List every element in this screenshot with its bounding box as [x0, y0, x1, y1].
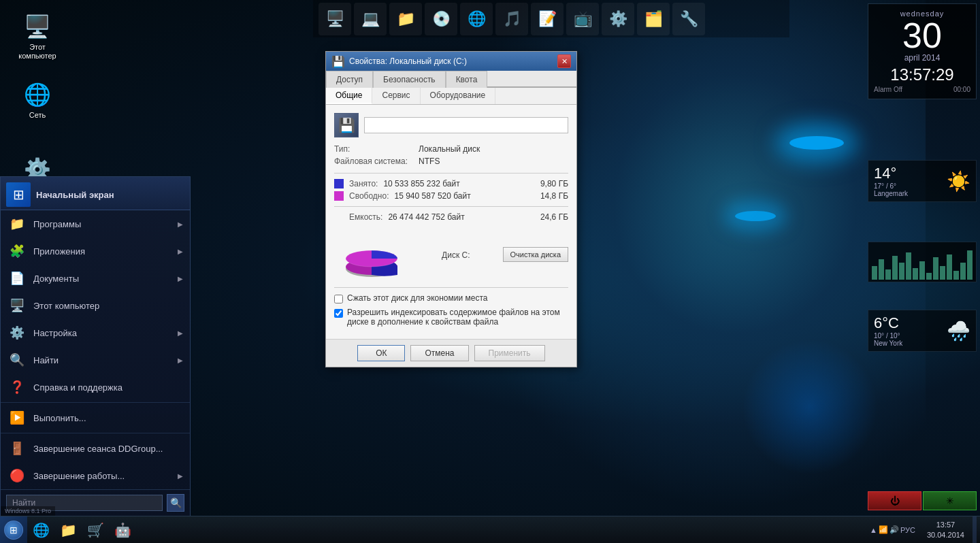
menu-item-run[interactable]: ▶️ Выполнить... [1, 404, 190, 431]
taskbar-clock[interactable]: 13:57 30.04.2014 [921, 520, 970, 540]
fs-label: Файловая система: [334, 157, 408, 166]
alarm-label: Alarm Off [874, 86, 902, 93]
menu-item-logout[interactable]: 🚪 Завершение сеанса DDGroup... [1, 435, 190, 462]
menu-item-apps[interactable]: 🧩 Приложения ▶ [1, 237, 190, 265]
tab-hardware[interactable]: Оборудование [421, 88, 496, 104]
toolbar-item-6[interactable]: 📝 [531, 3, 564, 35]
pie-chart-wrapper [334, 227, 409, 282]
menu-item-programs[interactable]: 📁 Программы ▶ [1, 210, 190, 237]
used-label: Занято: [349, 179, 378, 188]
programs-arrow: ▶ [178, 220, 183, 228]
toolbar-item-4[interactable]: 🌐 [460, 3, 493, 35]
weather-langemark-info: 14° 17° / 6° Langemark [874, 165, 908, 197]
systray-arrow[interactable]: ▲ [870, 526, 877, 534]
weather-newyork-icon: 🌧️ [947, 320, 970, 342]
power-off-button[interactable]: ⏻ [868, 491, 921, 510]
menu-item-help[interactable]: ❓ Справка и поддержка [1, 374, 190, 401]
taskbar-ie-icon[interactable]: 🌐 [27, 516, 54, 544]
clean-disk-button[interactable]: Очистка диска [503, 247, 568, 262]
find-icon: 🔍 [7, 350, 27, 369]
tab-general[interactable]: Общие [326, 88, 372, 104]
systray-volume[interactable]: 🔊 [889, 525, 899, 534]
disk-name-input[interactable] [364, 117, 568, 133]
desktop-icon-network[interactable]: 🌐 Сеть [10, 78, 65, 122]
power-buttons: ⏻ ✳ [868, 491, 977, 510]
fs-value: NTFS [419, 157, 568, 166]
documents-label: Документы [33, 274, 79, 284]
dialog-close-button[interactable]: ✕ [557, 54, 571, 68]
free-gb: 14,8 ГБ [540, 191, 568, 201]
toolbar-item-3[interactable]: 💿 [425, 3, 457, 35]
menu-item-documents[interactable]: 📄 Документы ▶ [1, 265, 190, 292]
menu-item-my-computer[interactable]: 🖥️ Этот компьютер [1, 292, 190, 319]
toolbar-item-8[interactable]: ⚙️ [602, 3, 634, 35]
systray: ▲ 📶 🔊 РУС [866, 525, 919, 534]
start-menu-title: Начальный экран [36, 190, 114, 200]
toolbar-item-0[interactable]: 🖥️ [318, 3, 351, 35]
show-desktop-button[interactable] [973, 516, 977, 544]
desktop-icon-my-computer[interactable]: 🖥️ Этоткомпьютер [10, 10, 65, 63]
menu-item-find[interactable]: 🔍 Найти ▶ [1, 346, 190, 374]
disk-info-grid: Тип: Локальный диск Файловая система: NT… [334, 144, 568, 166]
taskbar-explorer-icon[interactable]: 📁 [54, 516, 82, 544]
help-icon: ❓ [7, 378, 27, 397]
svg-rect-7 [913, 268, 918, 280]
start-menu-header: ⊞ Начальный экран [1, 177, 190, 210]
tab-quota[interactable]: Квота [446, 71, 488, 88]
compress-label: Сжать этот диск для экономии места [347, 293, 487, 303]
svg-rect-5 [899, 263, 904, 280]
taskbar-app-icon[interactable]: 🤖 [109, 516, 136, 544]
tab-access[interactable]: Доступ [326, 71, 373, 88]
menu-item-shutdown[interactable]: 🔴 Завершение работы... ▶ [1, 462, 190, 489]
my-computer2-label: Этот компьютер [33, 301, 99, 311]
toolbar-item-2[interactable]: 📁 [389, 3, 422, 35]
index-checkbox[interactable] [334, 309, 343, 318]
weather-newyork-temp: 6°C [874, 314, 902, 332]
dialog-tabs-row1: Доступ Безопасность Квота [326, 71, 576, 88]
svg-rect-15 [967, 250, 973, 280]
index-checkbox-row: Разрешить индексировать содержимое файло… [334, 308, 568, 327]
cancel-button[interactable]: Отмена [410, 345, 468, 361]
toolbar-item-1[interactable]: 💻 [354, 3, 387, 35]
toolbar-item-9[interactable]: 🗂️ [637, 3, 670, 35]
my-computer-icon: 🖥️ [24, 13, 51, 40]
svg-rect-13 [953, 271, 959, 280]
taskbar-time-val: 13:57 [936, 520, 956, 529]
dialog-title-text: Свойства: Локальный диск (C:) [349, 56, 553, 66]
tab-service[interactable]: Сервис [372, 88, 420, 104]
start-button[interactable]: ⊞ [0, 516, 27, 544]
taskbar-date-val: 30.04.2014 [927, 530, 964, 540]
tab-security[interactable]: Безопасность [373, 71, 446, 88]
capacity-bytes: 26 474 442 752 байт [388, 212, 535, 222]
svg-rect-11 [940, 266, 945, 280]
compress-checkbox[interactable] [334, 295, 343, 303]
svg-rect-3 [885, 269, 891, 280]
start-search-button[interactable]: 🔍 [167, 494, 184, 512]
start-menu: ⊞ Начальный экран 📁 Программы ▶ 🧩 Прилож… [0, 176, 191, 516]
dialog-divider-1 [334, 173, 568, 174]
help-label: Справка и поддержка [33, 382, 122, 393]
taskbar-store-icon[interactable]: 🛒 [82, 516, 109, 544]
apps-arrow: ▶ [178, 248, 183, 255]
power-sleep-button[interactable]: ✳ [923, 491, 977, 510]
apply-button[interactable]: Применить [474, 345, 545, 361]
my-computer-label: Этоткомпьютер [18, 43, 56, 61]
find-arrow: ▶ [178, 357, 183, 364]
toolbar-item-10[interactable]: 🔧 [672, 3, 705, 35]
desktop: 🖥️ Этоткомпьютер 🌐 Сеть ⚙️ Панель... 🖥️ … [0, 0, 980, 543]
top-toolbar: 🖥️ 💻 📁 💿 🌐 🎵 📝 📺 ⚙️ 🗂️ 🔧 [313, 0, 789, 37]
ok-button[interactable]: ОК [357, 345, 405, 361]
svg-rect-12 [947, 254, 952, 280]
toolbar-item-5[interactable]: 🎵 [495, 3, 528, 35]
glow-effect-3 [742, 339, 878, 475]
menu-item-settings[interactable]: ⚙️ Настройка ▶ [1, 319, 190, 346]
pie-chart-svg [338, 229, 406, 280]
systray-lang[interactable]: РУС [900, 526, 915, 534]
toolbar-item-7[interactable]: 📺 [566, 3, 599, 35]
weather-langemark-city: Langemark [874, 190, 908, 197]
systray-network: 📶 [879, 525, 888, 534]
shutdown-arrow: ▶ [178, 472, 183, 480]
logout-icon: 🚪 [7, 439, 27, 458]
find-label: Найти [33, 355, 59, 365]
disk-properties-dialog: 💾 Свойства: Локальный диск (C:) ✕ Доступ… [325, 51, 577, 367]
